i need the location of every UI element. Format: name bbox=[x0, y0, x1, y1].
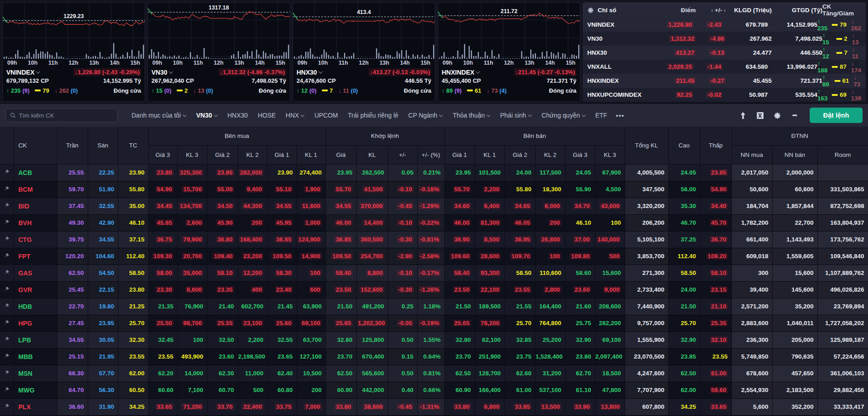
buy-price-3[interactable]: 54.90 bbox=[148, 181, 177, 198]
buy-vol-1[interactable]: 124,900 bbox=[297, 231, 326, 248]
buy-vol-1[interactable]: 14,900 bbox=[297, 248, 326, 265]
nav-item-ETF[interactable]: ETF bbox=[591, 109, 611, 122]
sell-price-1[interactable]: 58.40 bbox=[444, 265, 475, 281]
index-row-VNINDEX[interactable]: VNINDEX 1,226.80 -2.43 679.789 14,152.99… bbox=[583, 18, 866, 32]
sell-price-3[interactable]: 61.10 bbox=[565, 382, 595, 398]
buy-price-3[interactable]: 36.75 bbox=[148, 231, 177, 248]
match-price[interactable]: 109.50 bbox=[326, 248, 356, 265]
sell-price-1[interactable]: 32.80 bbox=[444, 331, 475, 348]
sell-vol-3[interactable]: 100 bbox=[595, 214, 625, 231]
match-price[interactable]: 23.95 bbox=[326, 164, 356, 181]
pin-button[interactable] bbox=[0, 265, 14, 281]
sell-price-3[interactable]: 55.90 bbox=[565, 181, 595, 198]
buy-vol-2[interactable]: 2,198,500 bbox=[238, 348, 267, 365]
buy-price-2[interactable]: 58.10 bbox=[207, 265, 238, 281]
sell-vol-2[interactable]: 31,200 bbox=[535, 365, 565, 382]
buy-vol-1[interactable]: 10,500 bbox=[297, 365, 326, 382]
search-input[interactable] bbox=[19, 112, 113, 119]
buy-price-3[interactable]: 58.00 bbox=[148, 265, 177, 281]
buy-vol-2[interactable]: 12,200 bbox=[238, 265, 267, 281]
buy-vol-1[interactable]: 127,100 bbox=[297, 348, 326, 365]
buy-price-1[interactable]: 60.80 bbox=[267, 382, 297, 398]
sell-price-3[interactable]: 34.70 bbox=[565, 198, 595, 214]
buy-price-3[interactable]: 25.50 bbox=[148, 315, 177, 331]
index-row-HNXINDEX[interactable]: HNXINDEX 211.45 -0.27 45.455 721.371 ↑ 8… bbox=[583, 74, 866, 88]
sell-vol-1[interactable]: 251,900 bbox=[475, 348, 505, 365]
chart-index-name[interactable]: HNXINDEX bbox=[442, 69, 480, 76]
sell-vol-2[interactable]: 100 bbox=[535, 248, 565, 265]
sell-price-3[interactable]: 62.70 bbox=[565, 365, 595, 382]
nav-item-HNX30[interactable]: HNX30 bbox=[223, 109, 252, 122]
sell-vol-1[interactable]: 78,200 bbox=[475, 315, 505, 331]
nav-item-HOSE[interactable]: HOSE bbox=[254, 109, 280, 122]
buy-price-2[interactable]: 34.50 bbox=[207, 198, 238, 214]
pin-button[interactable] bbox=[0, 382, 14, 398]
buy-vol-3[interactable]: 7,100 bbox=[177, 382, 207, 398]
gear-icon[interactable] bbox=[771, 109, 784, 122]
sell-vol-3[interactable]: 15,600 bbox=[595, 265, 625, 281]
sell-price-3[interactable]: 33.90 bbox=[565, 398, 595, 415]
sell-vol-1[interactable]: 8,500 bbox=[475, 231, 505, 248]
buy-price-2[interactable]: 45.90 bbox=[207, 214, 238, 231]
sell-price-2[interactable]: 21.55 bbox=[505, 298, 535, 315]
sell-vol-1[interactable]: 166,400 bbox=[475, 382, 505, 398]
ticker[interactable]: BVH bbox=[14, 214, 57, 231]
buy-vol-3[interactable]: 79,900 bbox=[177, 231, 207, 248]
sell-price-3[interactable]: 21.60 bbox=[565, 298, 595, 315]
sell-vol-2[interactable]: 2,800 bbox=[535, 281, 565, 298]
buy-price-3[interactable]: 32.45 bbox=[148, 331, 177, 348]
pin-button[interactable] bbox=[0, 214, 14, 231]
buy-price-3[interactable]: 33.65 bbox=[148, 398, 177, 415]
sell-vol-1[interactable]: 128,700 bbox=[475, 365, 505, 382]
sell-vol-3[interactable]: 9,000 bbox=[595, 281, 625, 298]
buy-vol-3[interactable]: 76,900 bbox=[177, 298, 207, 315]
sell-price-2[interactable]: 23.75 bbox=[505, 348, 535, 365]
buy-vol-1[interactable]: 200 bbox=[297, 382, 326, 398]
sell-price-1[interactable]: 62.50 bbox=[444, 365, 475, 382]
upload-icon[interactable] bbox=[736, 109, 750, 122]
buy-price-2[interactable]: 62.30 bbox=[207, 365, 238, 382]
buy-price-1[interactable]: 23.40 bbox=[267, 281, 297, 298]
sell-vol-2[interactable]: 117,500 bbox=[535, 164, 565, 181]
sell-vol-3[interactable]: 282,200 bbox=[595, 315, 625, 331]
sell-vol-2[interactable]: 26,800 bbox=[535, 231, 565, 248]
buy-vol-3[interactable]: 20,700 bbox=[177, 248, 207, 265]
excel-export-icon[interactable] bbox=[754, 109, 767, 122]
sell-price-2[interactable]: 34.65 bbox=[505, 198, 535, 214]
pin-button[interactable] bbox=[0, 181, 14, 198]
sell-price-3[interactable]: 109.80 bbox=[565, 248, 595, 265]
buy-price-1[interactable]: 21.45 bbox=[267, 298, 297, 315]
ticker[interactable]: LPB bbox=[14, 331, 57, 348]
buy-vol-3[interactable]: 71,200 bbox=[177, 398, 207, 415]
sell-price-3[interactable]: 25.75 bbox=[565, 315, 595, 331]
buy-vol-1[interactable]: 274,400 bbox=[297, 164, 326, 181]
chart-index-name[interactable]: VNINDEX bbox=[6, 69, 40, 76]
sell-vol-2[interactable]: 537,100 bbox=[535, 382, 565, 398]
buy-price-2[interactable]: 21.40 bbox=[207, 298, 238, 315]
sell-vol-2[interactable]: 764,800 bbox=[535, 315, 565, 331]
buy-vol-2[interactable]: 9,400 bbox=[238, 181, 267, 198]
sell-price-2[interactable]: 46.05 bbox=[505, 214, 535, 231]
buy-price-1[interactable]: 23.90 bbox=[267, 164, 297, 181]
buy-vol-1[interactable]: 11,600 bbox=[297, 198, 326, 214]
sell-price-3[interactable]: 32.90 bbox=[565, 331, 595, 348]
buy-price-3[interactable]: 60.60 bbox=[148, 382, 177, 398]
buy-price-3[interactable]: 109.30 bbox=[148, 248, 177, 265]
sell-price-2[interactable]: 23.55 bbox=[505, 281, 535, 298]
index-row-VN30[interactable]: VN30 1,312.32 -4.86 267.962 7,498.025 ↑ … bbox=[583, 32, 866, 46]
kebab-menu-icon[interactable] bbox=[788, 109, 802, 122]
sell-price-3[interactable]: 37.00 bbox=[565, 231, 595, 248]
buy-price-3[interactable]: 23.30 bbox=[148, 281, 177, 298]
pin-button[interactable] bbox=[0, 365, 14, 382]
buy-price-1[interactable]: 25.60 bbox=[267, 315, 297, 331]
chart-index-name[interactable]: VN30 bbox=[151, 69, 173, 76]
buy-price-1[interactable]: 34.55 bbox=[267, 198, 297, 214]
sell-vol-2[interactable]: 13,500 bbox=[535, 398, 565, 415]
buy-vol-2[interactable]: 11,000 bbox=[238, 365, 267, 382]
sell-vol-2[interactable]: 6,000 bbox=[535, 198, 565, 214]
buy-vol-3[interactable]: 134,700 bbox=[177, 198, 207, 214]
buy-price-2[interactable]: 23.35 bbox=[207, 281, 238, 298]
ticker[interactable]: HPG bbox=[14, 315, 57, 331]
buy-price-2[interactable]: 60.70 bbox=[207, 382, 238, 398]
buy-price-1[interactable]: 109.50 bbox=[267, 248, 297, 265]
